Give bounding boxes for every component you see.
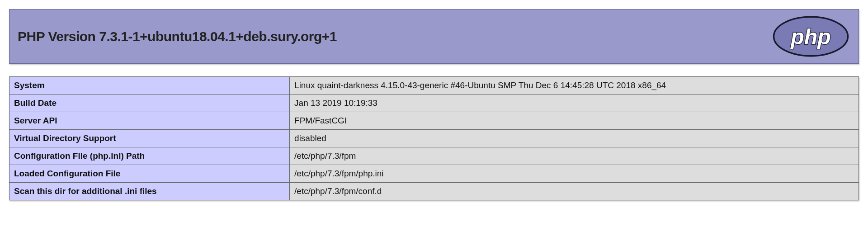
- info-value: /etc/php/7.3/fpm/conf.d: [290, 183, 859, 200]
- info-label: Configuration File (php.ini) Path: [9, 147, 290, 165]
- info-label: System: [9, 77, 290, 95]
- table-row: Loaded Configuration File /etc/php/7.3/f…: [9, 165, 859, 183]
- info-label: Scan this dir for additional .ini files: [9, 183, 290, 200]
- info-label: Build Date: [9, 95, 290, 112]
- info-value: /etc/php/7.3/fpm: [290, 147, 859, 165]
- svg-text:php: php: [790, 24, 831, 49]
- phpinfo-table: System Linux quaint-darkness 4.15.0-43-g…: [9, 76, 859, 200]
- php-version-title: PHP Version 7.3.1-1+ubuntu18.04.1+deb.su…: [18, 29, 337, 44]
- table-row: Server API FPM/FastCGI: [9, 112, 859, 130]
- table-row: Configuration File (php.ini) Path /etc/p…: [9, 147, 859, 165]
- info-value: Linux quaint-darkness 4.15.0-43-generic …: [290, 77, 859, 95]
- phpinfo-header: PHP Version 7.3.1-1+ubuntu18.04.1+deb.su…: [9, 9, 859, 64]
- info-value: disabled: [290, 130, 859, 147]
- info-label: Loaded Configuration File: [9, 165, 290, 183]
- table-row: Scan this dir for additional .ini files …: [9, 183, 859, 200]
- table-row: Virtual Directory Support disabled: [9, 130, 859, 147]
- table-row: Build Date Jan 13 2019 10:19:33: [9, 95, 859, 112]
- php-logo: php: [771, 15, 850, 58]
- table-row: System Linux quaint-darkness 4.15.0-43-g…: [9, 77, 859, 95]
- info-label: Server API: [9, 112, 290, 130]
- info-value: /etc/php/7.3/fpm/php.ini: [290, 165, 859, 183]
- info-value: Jan 13 2019 10:19:33: [290, 95, 859, 112]
- info-label: Virtual Directory Support: [9, 130, 290, 147]
- info-value: FPM/FastCGI: [290, 112, 859, 130]
